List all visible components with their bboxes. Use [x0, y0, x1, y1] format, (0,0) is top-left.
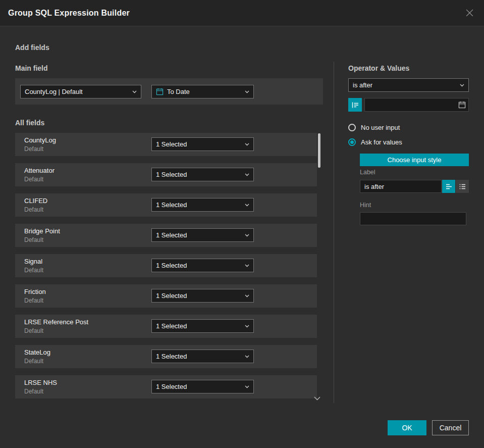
close-button[interactable] [463, 7, 476, 20]
field-selected-dropdown[interactable]: 1 Selected [151, 198, 254, 212]
hint-label: Hint [360, 202, 371, 209]
label-label: Label [360, 169, 375, 176]
chevron-down-icon [460, 84, 464, 87]
dropdown-value: 1 Selected [156, 231, 187, 239]
radio-unselected-icon [348, 124, 356, 131]
choose-input-style-button[interactable]: Choose input style [360, 154, 469, 166]
add-fields-heading: Add fields [15, 43, 49, 52]
field-selected-dropdown[interactable]: 1 Selected [151, 168, 254, 181]
field-name: Signal [24, 258, 42, 265]
field-subtitle: Default [24, 297, 43, 304]
field-name: CountyLog [24, 136, 56, 144]
align-left-icon [446, 183, 452, 190]
field-row: Signal Default 1 Selected [15, 254, 317, 277]
chevron-down-icon [245, 385, 249, 388]
main-date-dropdown-value: To Date [167, 88, 190, 95]
field-selected-dropdown[interactable]: 1 Selected [151, 289, 254, 303]
field-selected-dropdown[interactable]: 1 Selected [151, 380, 254, 393]
ok-button[interactable]: OK [388, 420, 426, 435]
operator-dropdown[interactable]: is after [348, 78, 469, 92]
all-fields-list: CountyLog Default 1 Selected Attenuator … [15, 133, 317, 399]
chevron-down-icon [245, 173, 249, 176]
label-input[interactable] [360, 180, 442, 193]
field-selected-dropdown[interactable]: 1 Selected [151, 259, 254, 272]
chevron-down-icon [245, 90, 249, 93]
calendar-icon [156, 88, 164, 95]
dropdown-value: 1 Selected [156, 171, 187, 178]
field-row: StateLog Default 1 Selected [15, 345, 317, 368]
field-selected-dropdown[interactable]: 1 Selected [151, 137, 254, 151]
value-input-wrap [364, 98, 469, 112]
field-row: CountyLog Default 1 Selected [15, 133, 317, 156]
field-subtitle: Default [24, 145, 43, 153]
dropdown-value: 1 Selected [156, 353, 187, 360]
field-row: LRSE Reference Post Default 1 Selected [15, 315, 317, 338]
main-date-dropdown[interactable]: To Date [151, 85, 254, 98]
radio-no-user-input[interactable]: No user input [348, 124, 400, 131]
value-input[interactable] [364, 98, 469, 112]
field-subtitle: Default [24, 206, 43, 213]
chevron-down-icon [245, 264, 249, 267]
field-name: LRSE Reference Post [24, 318, 88, 326]
bulleted-list-icon [459, 183, 466, 190]
single-line-style-button[interactable] [442, 180, 455, 193]
radio-label: Ask for values [361, 138, 402, 146]
field-name: LRSE NHS [24, 379, 57, 386]
field-values-button[interactable] [348, 98, 362, 112]
main-field-panel: CountyLog | Default To Date [15, 78, 323, 105]
main-field-dropdown[interactable]: CountyLog | Default [20, 85, 141, 98]
dropdown-value: 1 Selected [156, 322, 187, 330]
field-row: CLIFED Default 1 Selected [15, 193, 317, 217]
field-subtitle: Default [24, 358, 43, 365]
field-name: CLIFED [24, 197, 47, 205]
chevron-down-icon [245, 234, 249, 237]
hint-input[interactable] [360, 212, 466, 225]
dropdown-value: 1 Selected [156, 140, 187, 148]
operator-values-heading: Operator & Values [348, 64, 409, 72]
scroll-down-icon[interactable] [314, 396, 320, 401]
chevron-down-icon [245, 355, 249, 358]
chevron-down-icon [245, 204, 249, 207]
field-name: Friction [24, 288, 46, 295]
radio-label: No user input [361, 124, 400, 131]
dialog-title: Group SQL Expression Builder [8, 9, 130, 18]
list-scrollbar-thumb[interactable] [318, 133, 320, 168]
all-fields-heading: All fields [15, 119, 44, 127]
field-name: StateLog [24, 349, 50, 356]
field-subtitle: Default [24, 327, 43, 334]
field-subtitle: Default [24, 236, 43, 243]
field-row: Friction Default 1 Selected [15, 284, 317, 308]
dropdown-value: 1 Selected [156, 201, 187, 209]
list-style-button[interactable] [456, 180, 469, 193]
field-selected-dropdown[interactable]: 1 Selected [151, 319, 254, 333]
field-row: Bridge Point Default 1 Selected [15, 224, 317, 247]
close-icon [465, 9, 474, 17]
dropdown-value: 1 Selected [156, 292, 187, 300]
field-subtitle: Default [24, 388, 43, 395]
field-subtitle: Default [24, 176, 43, 183]
dialog-header: Group SQL Expression Builder [0, 0, 484, 26]
field-values-icon [352, 102, 359, 109]
chevron-down-icon [132, 90, 137, 93]
radio-selected-icon [348, 138, 356, 146]
calendar-icon[interactable] [458, 101, 466, 109]
main-field-dropdown-value: CountyLog | Default [25, 88, 83, 95]
chevron-down-icon [245, 325, 249, 328]
field-subtitle: Default [24, 267, 43, 274]
cancel-button[interactable]: Cancel [432, 420, 469, 435]
chevron-down-icon [245, 294, 249, 297]
field-selected-dropdown[interactable]: 1 Selected [151, 350, 254, 363]
field-row: Attenuator Default 1 Selected [15, 163, 317, 186]
field-selected-dropdown[interactable]: 1 Selected [151, 228, 254, 242]
main-field-heading: Main field [15, 64, 48, 72]
radio-ask-for-values[interactable]: Ask for values [348, 138, 402, 146]
operator-dropdown-value: is after [353, 81, 372, 89]
column-divider [334, 62, 334, 403]
field-name: Attenuator [24, 167, 55, 174]
dropdown-value: 1 Selected [156, 383, 187, 390]
field-row: LRSE NHS Default 1 Selected [15, 375, 317, 399]
chevron-down-icon [245, 143, 249, 146]
field-name: Bridge Point [24, 227, 60, 235]
dropdown-value: 1 Selected [156, 262, 187, 269]
